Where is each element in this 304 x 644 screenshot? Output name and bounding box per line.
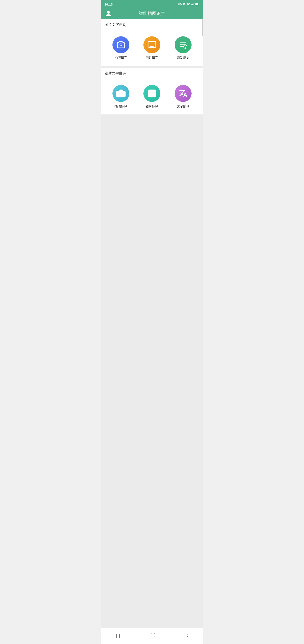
nav-bar: ||| <: [101, 628, 203, 644]
image-translate-icon-circle: [143, 85, 160, 102]
signal-icon: [191, 3, 195, 6]
capture-translate-button[interactable]: 拍照翻译: [105, 85, 137, 108]
image-icon: [147, 40, 157, 50]
page-title: 智能拍图识字: [139, 10, 165, 16]
ocr-history-label: 识别历史: [177, 56, 189, 60]
svg-rect-0: [191, 4, 192, 5]
image-ocr-label: 图片识字: [146, 56, 158, 60]
history-icon: [178, 40, 188, 50]
text-translate-label: 文字翻译: [177, 104, 189, 108]
image-translate-button[interactable]: 图片翻译: [136, 85, 168, 108]
svg-rect-6: [199, 4, 199, 4]
section1-grid: 拍照识字 图片识字 识别历史: [101, 30, 203, 66]
text-translate-button[interactable]: 文字翻译: [168, 85, 199, 108]
section2-grid: 拍照翻译 图片翻译 文字翻译: [101, 79, 203, 114]
svg-point-11: [150, 92, 151, 93]
svg-rect-2: [193, 3, 194, 5]
capture-ocr-label: 拍照识字: [115, 56, 127, 60]
image-ocr-icon-circle: [143, 36, 160, 53]
svg-rect-12: [151, 633, 155, 637]
nav-back-icon: <: [185, 634, 188, 638]
hd-label: HD: [178, 3, 182, 6]
svg-rect-5: [196, 4, 198, 5]
capture-ocr-button[interactable]: 拍照识字: [105, 36, 137, 60]
svg-rect-3: [194, 3, 194, 5]
ocr-history-button[interactable]: 识别历史: [168, 36, 199, 60]
capture-ocr-icon-circle: [112, 36, 129, 53]
image-translate-label: 图片翻译: [146, 104, 158, 108]
capture-translate-label: 拍照翻译: [115, 104, 127, 108]
section2-header: 图片文字翻译: [101, 68, 203, 79]
text-translate-icon-circle: [175, 85, 192, 102]
image2-icon: [147, 89, 157, 98]
network-label: 4G: [187, 3, 190, 6]
translate-icon: [178, 89, 188, 98]
nav-back-button[interactable]: <: [181, 632, 192, 639]
section-divider-1: [101, 66, 203, 68]
wifi-icon: [182, 2, 186, 6]
capture-translate-icon-circle: [112, 85, 129, 102]
user-icon: [105, 10, 112, 17]
nav-menu-icon: |||: [116, 634, 121, 638]
ocr-history-icon-circle: [175, 36, 192, 53]
section1-header: 图片文字识别: [101, 19, 203, 30]
image-ocr-button[interactable]: 图片识字: [136, 36, 168, 60]
battery-icon: [195, 3, 200, 6]
camera2-icon: [116, 89, 126, 98]
svg-rect-1: [192, 4, 193, 5]
scroll-indicator[interactable]: [202, 19, 203, 36]
bottom-empty-area: [101, 114, 203, 628]
toolbar: 智能拍图识字: [101, 8, 203, 19]
svg-point-9: [119, 92, 122, 96]
status-icons: HD 4G: [178, 2, 200, 6]
user-avatar-button[interactable]: [105, 10, 112, 18]
nav-menu-button[interactable]: |||: [112, 632, 125, 639]
status-time: 16:15: [105, 2, 113, 6]
nav-home-icon: [150, 632, 156, 638]
nav-home-button[interactable]: [146, 631, 160, 640]
main-content: 图片文字识别 拍照识字 图片识字: [101, 19, 203, 628]
status-bar: 16:15 HD 4G: [101, 0, 203, 8]
camera-icon: [116, 40, 126, 50]
